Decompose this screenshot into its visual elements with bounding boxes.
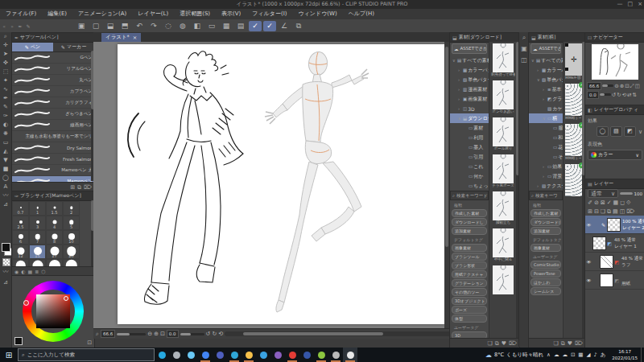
dock-control-icon[interactable]: ✒ bbox=[16, 23, 24, 29]
tree-item[interactable]: ∨ ▭ 柄 bbox=[529, 113, 563, 123]
material-tag[interactable]: デフォルトタグ bbox=[452, 237, 487, 243]
layer-action-icon[interactable]: ◫ bbox=[620, 208, 625, 215]
brush-size-preset[interactable]: 1 bbox=[29, 201, 46, 216]
brush-item[interactable]: Gペン bbox=[12, 52, 94, 64]
tree-item[interactable]: › ▦ カラーパターン bbox=[450, 65, 489, 75]
transform-handles[interactable] bbox=[566, 44, 582, 75]
tree-item[interactable]: ▭ 花 bbox=[529, 142, 563, 152]
layer-visibility-eye-icon[interactable]: 👁 bbox=[585, 222, 592, 228]
dock-control-icon[interactable]: ✎ bbox=[24, 23, 32, 29]
layer-action-icon[interactable]: ❏ bbox=[601, 208, 605, 215]
command-icon[interactable]: ▦ bbox=[220, 21, 233, 31]
layer-name[interactable]: レイヤー 1 bbox=[614, 244, 637, 249]
tree-item[interactable]: ▭ ちょっ bbox=[450, 181, 489, 191]
material-tag[interactable]: ユーザータグ bbox=[452, 324, 487, 331]
layer-effect-icon[interactable]: ◩ bbox=[624, 126, 636, 137]
saturation-value-square[interactable] bbox=[36, 294, 70, 328]
tree-item[interactable]: ∨ ▧ 単色パターン bbox=[529, 75, 563, 84]
tool-icon[interactable]: ▼ bbox=[0, 156, 11, 165]
tool-icon[interactable]: ➤ bbox=[0, 50, 11, 59]
brush-item[interactable]: Dry Salmon bbox=[12, 142, 94, 154]
navigator-zoom-button[interactable]: ⊕ bbox=[620, 82, 624, 90]
taskbar-search-input[interactable]: ⌕ ここに入力して検索 bbox=[18, 348, 155, 361]
tree-item[interactable]: ∨ ▤ すべての素材 bbox=[450, 56, 489, 65]
tree-item[interactable]: › ◩ グラデ bbox=[529, 94, 563, 104]
material-tag[interactable]: 追加素材 bbox=[452, 227, 487, 235]
color-tab-icon[interactable]: ⬡ bbox=[41, 269, 45, 274]
brush-size-preset[interactable]: 17 bbox=[46, 245, 63, 259]
brush-size-preset[interactable]: 10 bbox=[63, 230, 80, 245]
asset-search-button[interactable]: ☁ ASSETでさがす bbox=[530, 43, 561, 54]
canvas-viewport[interactable] bbox=[93, 42, 444, 328]
show-desktop-button[interactable] bbox=[641, 348, 644, 362]
tag-search-field[interactable]: ⌕ 検索キーワード bbox=[450, 191, 489, 200]
hue-ring[interactable] bbox=[23, 281, 84, 342]
navigator-zoom-button[interactable]: ⤢ bbox=[630, 82, 634, 90]
command-icon[interactable]: ✓ bbox=[263, 21, 276, 31]
picked-color-swatch[interactable] bbox=[14, 337, 23, 345]
navigator-rotate-button[interactable]: ↺ bbox=[612, 91, 616, 99]
tree-item[interactable]: › ▭ 効果 bbox=[529, 162, 563, 171]
layer-lock-icon[interactable]: ✐ bbox=[588, 200, 592, 206]
layer-name[interactable]: レイヤー 2 bbox=[622, 225, 644, 230]
material-thumbnail[interactable]: ✓ MM相トーネルコ bbox=[564, 82, 583, 122]
material-tag[interactable]: ポーズ bbox=[452, 306, 487, 314]
layer-action-icon[interactable]: ⊞ bbox=[588, 208, 592, 215]
brush-size-preset[interactable]: 0.7 bbox=[12, 201, 29, 216]
layer-lock-icon[interactable]: ⊠ bbox=[601, 200, 605, 206]
material-thumbnail[interactable]: チラ見ポーズ bbox=[489, 153, 517, 190]
command-icon[interactable]: ◌ bbox=[162, 21, 175, 31]
subtool-footer-icon[interactable]: ⧉ bbox=[77, 184, 81, 191]
menu-item[interactable]: フィルター(I) bbox=[246, 9, 292, 19]
color-tab-icon[interactable]: ▦ bbox=[28, 269, 33, 274]
tray-icon[interactable]: ⊡ bbox=[571, 352, 575, 358]
brush-size-preset[interactable]: 2 bbox=[63, 201, 80, 216]
material-tag[interactable]: 作成した素材 bbox=[452, 209, 487, 217]
tree-item[interactable]: › ◫ 3D bbox=[450, 104, 489, 113]
tree-item[interactable]: ▭ 引用 bbox=[450, 152, 489, 162]
tree-item[interactable]: ▭ 利用 bbox=[450, 133, 489, 142]
taskbar-app-icon[interactable] bbox=[270, 348, 285, 362]
material-tag[interactable]: 3Dオブジェクト bbox=[452, 297, 487, 305]
canvas-zoom-button[interactable]: ⊕ bbox=[154, 330, 159, 338]
layer-visibility-eye-icon[interactable]: 👁 bbox=[585, 259, 592, 265]
tree-item[interactable]: › ▥ 漫画素材 bbox=[450, 84, 489, 94]
corner-tool-icon[interactable]: ⊿ bbox=[0, 278, 11, 287]
menu-item[interactable]: ヘルプ(H) bbox=[343, 9, 380, 19]
material-thumbnail[interactable]: 刺身持って移動 bbox=[489, 42, 517, 79]
tree-item[interactable]: › ▨ テクスチャ bbox=[529, 181, 563, 191]
layer-lock-icon[interactable]: ⊘ bbox=[594, 200, 599, 206]
canvas-zoom-button[interactable]: ⊡ bbox=[160, 330, 165, 338]
brush-size-preset[interactable]: 12 bbox=[12, 245, 29, 259]
blend-mode-dropdown[interactable]: 通常 ∨ bbox=[588, 189, 618, 198]
navigator-zoom-value[interactable]: 66.6 bbox=[587, 82, 601, 90]
tool-icon[interactable]: ∿ bbox=[0, 85, 11, 94]
command-icon[interactable]: ▤ bbox=[234, 21, 247, 31]
opacity-slider[interactable] bbox=[620, 192, 633, 195]
material-footer-icon[interactable]: ⧉ bbox=[495, 340, 499, 347]
taskbar-app-icon[interactable] bbox=[155, 348, 169, 362]
tool-icon[interactable]: ✒ bbox=[0, 94, 11, 103]
canvas-rotation-slider[interactable] bbox=[180, 333, 204, 335]
material-tag[interactable]: 体型 bbox=[452, 315, 487, 323]
navigator-zoom-button[interactable]: ⊡ bbox=[625, 82, 629, 90]
canvas-zoom-slider[interactable] bbox=[117, 333, 146, 335]
tray-icon[interactable]: ☁ bbox=[554, 352, 559, 358]
material-tag[interactable]: シームレス bbox=[530, 287, 561, 295]
subtool-footer-icon[interactable]: ⌦ bbox=[84, 184, 92, 191]
tool-icon[interactable]: A bbox=[0, 183, 11, 191]
material-tag[interactable]: PowerTone bbox=[530, 269, 561, 278]
canvas-rotate-button[interactable]: ⟲ bbox=[218, 330, 223, 338]
layer-lock-icon[interactable]: ▦ bbox=[613, 200, 619, 206]
canvas-tab[interactable]: イラスト* × bbox=[101, 33, 141, 42]
brush-item[interactable]: リアルGペン bbox=[12, 64, 94, 75]
dock-control-icon[interactable]: » bbox=[8, 23, 16, 29]
taskbar-app-icon[interactable] bbox=[213, 348, 227, 362]
tool-icon[interactable]: ✎ bbox=[0, 103, 11, 112]
command-icon[interactable]: ⬓ bbox=[104, 21, 117, 31]
layer-action-icon[interactable]: ⊟ bbox=[594, 208, 599, 215]
tray-icon[interactable]: ♪ bbox=[593, 352, 597, 358]
command-icon[interactable]: ✓ bbox=[249, 21, 262, 31]
canvas-zoom-button[interactable]: ⊖ bbox=[147, 330, 152, 338]
tool-icon[interactable]: ⌕ bbox=[0, 32, 11, 41]
